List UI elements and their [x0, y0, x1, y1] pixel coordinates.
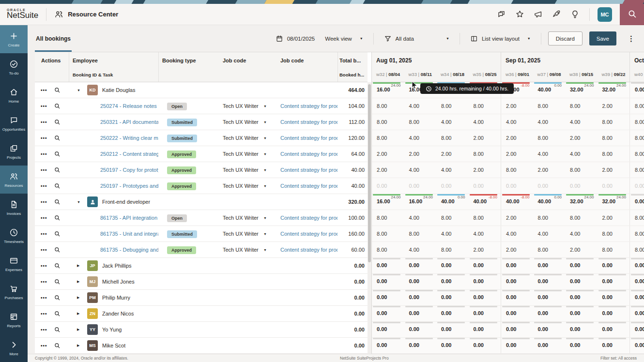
booking-hours-cell[interactable]: 4.00	[469, 226, 501, 241]
row-menu-button[interactable]: •••	[41, 88, 47, 93]
booking-hours-cell[interactable]: 4.00	[565, 114, 598, 130]
booking-hours-cell[interactable]: 2.00	[501, 146, 533, 162]
filter-select[interactable]: All data ▼	[384, 35, 449, 43]
booking-hours-cell[interactable]: 4.00	[501, 114, 533, 130]
row-search-button[interactable]	[54, 246, 61, 253]
scrollbar-thumb[interactable]	[368, 84, 371, 262]
booking-hours-cell[interactable]: 0.00	[404, 178, 437, 194]
booking-hours-cell[interactable]: 8.00	[501, 162, 533, 178]
sidebar-item-invoices[interactable]: Invoices	[0, 194, 28, 222]
job-code-select[interactable]: Tech UX Writer▼	[219, 167, 275, 173]
booking-hours-cell[interactable]: 8.00	[598, 114, 630, 130]
task-link[interactable]: Content strategy for produ...	[280, 103, 337, 109]
sidebar-item-purchases[interactable]: Purchases	[0, 278, 28, 306]
task-link[interactable]: Content strategy for produ...	[280, 119, 337, 125]
booking-hours-cell[interactable]: 4.00	[436, 226, 469, 241]
expand-icon[interactable]: ▶	[77, 328, 84, 332]
booking-hours-cell[interactable]: 8.00	[436, 130, 469, 146]
row-menu-button[interactable]: •••	[41, 199, 47, 205]
booking-hours-cell[interactable]: 8.00	[629, 226, 644, 241]
sidebar-item-opportunities[interactable]: Opportunities	[0, 109, 28, 137]
row-search-button[interactable]	[54, 135, 61, 141]
booking-hours-cell[interactable]: 8.00	[469, 210, 501, 226]
save-button[interactable]: Save	[589, 31, 616, 45]
row-search-button[interactable]	[54, 119, 61, 125]
task-link[interactable]: Content strategy for produ...	[280, 167, 337, 173]
view-select[interactable]: Week view ▼	[325, 36, 363, 42]
sidebar-item-projects[interactable]: Projects	[0, 137, 28, 166]
task-link[interactable]: Content strategy for produ...	[280, 247, 337, 253]
task-link[interactable]: Content strategy for produ...	[280, 151, 337, 157]
favorites-icon[interactable]	[515, 10, 524, 19]
booking-hours-cell[interactable]: 2.00	[501, 242, 533, 257]
booking-hours-cell[interactable]: 4.00	[404, 98, 437, 114]
announcements-icon[interactable]	[534, 10, 543, 19]
booking-hours-cell[interactable]: 4.00	[565, 226, 598, 241]
sidebar-item-reports[interactable]: Reports	[0, 306, 28, 334]
tab-all-bookings[interactable]: All bookings	[35, 25, 72, 52]
job-code-select[interactable]: Tech UX Writer▼	[219, 103, 275, 109]
sidebar-item-resources[interactable]: Resources	[0, 166, 28, 194]
booking-link[interactable]: 250197 - Copy for prototypes...	[100, 167, 158, 173]
booking-hours-cell[interactable]: 8.00	[372, 210, 404, 226]
booking-hours-cell[interactable]: 4.00	[404, 162, 437, 178]
booking-link[interactable]: 861735 - API integration with f...	[100, 215, 158, 221]
booking-hours-cell[interactable]: 0.00	[598, 178, 630, 194]
booking-hours-cell[interactable]: 4.00	[436, 162, 469, 178]
row-menu-button[interactable]: •••	[41, 151, 47, 157]
booking-hours-cell[interactable]: 0.00	[436, 178, 469, 194]
booking-hours-cell[interactable]: 4.00	[436, 114, 469, 130]
row-menu-button[interactable]: •••	[41, 247, 47, 253]
booking-hours-cell[interactable]: 8.00	[404, 226, 437, 241]
booking-hours-cell[interactable]: 2.00	[565, 130, 598, 146]
booking-hours-cell[interactable]: 8.00	[598, 226, 630, 241]
booking-hours-cell[interactable]: 4.00	[533, 114, 566, 130]
expand-icon[interactable]: ▶	[77, 344, 84, 347]
booking-hours-cell[interactable]: 8.00	[598, 242, 630, 257]
booking-hours-cell[interactable]: 2.00	[404, 146, 437, 162]
sidebar-item-home[interactable]: Home	[0, 81, 28, 109]
feedback-icon[interactable]	[497, 10, 506, 19]
booking-link[interactable]: 250197 - Prototypes and UI co...	[100, 183, 158, 189]
row-search-button[interactable]	[54, 214, 61, 221]
booking-hours-cell[interactable]: 8.00	[372, 226, 404, 241]
booking-hours-cell[interactable]: 4.00	[501, 226, 533, 241]
more-actions-button[interactable]: ⋮	[626, 34, 637, 43]
task-link[interactable]: Content strategy for produ...	[280, 231, 337, 237]
booking-link[interactable]: 861735 - Unit and integration...	[100, 231, 158, 237]
netsuite-logo[interactable]: ORACLE NetSuite	[7, 8, 38, 20]
row-menu-button[interactable]: •••	[41, 295, 47, 301]
row-menu-button[interactable]: •••	[41, 104, 47, 109]
booking-hours-cell[interactable]: 0.00	[469, 178, 501, 194]
booking-hours-cell[interactable]: 0.00	[533, 178, 566, 194]
booking-hours-cell[interactable]: 4.00	[533, 226, 566, 241]
sidebar-item-more[interactable]: More	[0, 334, 28, 362]
booking-hours-cell[interactable]: 8.00	[372, 130, 404, 146]
expand-icon[interactable]: ▶	[77, 312, 84, 316]
booking-hours-cell[interactable]: 8.00	[436, 242, 469, 257]
booking-hours-cell[interactable]: 2.00	[598, 210, 630, 226]
booking-hours-cell[interactable]: 8.00	[629, 130, 644, 146]
booking-hours-cell[interactable]: 0.00	[565, 178, 598, 194]
booking-hours-cell[interactable]: 4.00	[404, 242, 437, 257]
sidebar-item-expenses[interactable]: Expenses	[0, 250, 28, 278]
booking-hours-cell[interactable]: 8.00	[629, 210, 644, 226]
row-menu-button[interactable]: •••	[41, 263, 47, 269]
booking-hours-cell[interactable]: 2.00	[436, 146, 469, 162]
booking-hours-cell[interactable]: 2.00	[501, 130, 533, 146]
job-code-select[interactable]: Tech UX Writer▼	[219, 135, 275, 141]
booking-hours-cell[interactable]: 8.00	[565, 210, 598, 226]
booking-hours-cell[interactable]: 2.00	[501, 210, 533, 226]
booking-link[interactable]: 250274 - Release notes for pr...	[100, 103, 158, 109]
booking-hours-cell[interactable]: 2.00	[565, 242, 598, 257]
booking-link[interactable]: 250222 - Writing clear microc...	[100, 135, 158, 141]
booking-hours-cell[interactable]: 4.00	[404, 130, 437, 146]
expand-icon[interactable]: ▶	[77, 280, 84, 284]
booking-hours-cell[interactable]: 8.00	[404, 114, 437, 130]
booking-hours-cell[interactable]: 8.00	[372, 242, 404, 257]
row-menu-button[interactable]: •••	[41, 167, 47, 173]
booking-hours-cell[interactable]: 2.00	[469, 242, 501, 257]
job-code-select[interactable]: Tech UX Writer▼	[219, 231, 275, 237]
task-link[interactable]: Content strategy for produ...	[280, 135, 337, 141]
booking-hours-cell[interactable]: 8.00	[565, 98, 598, 114]
